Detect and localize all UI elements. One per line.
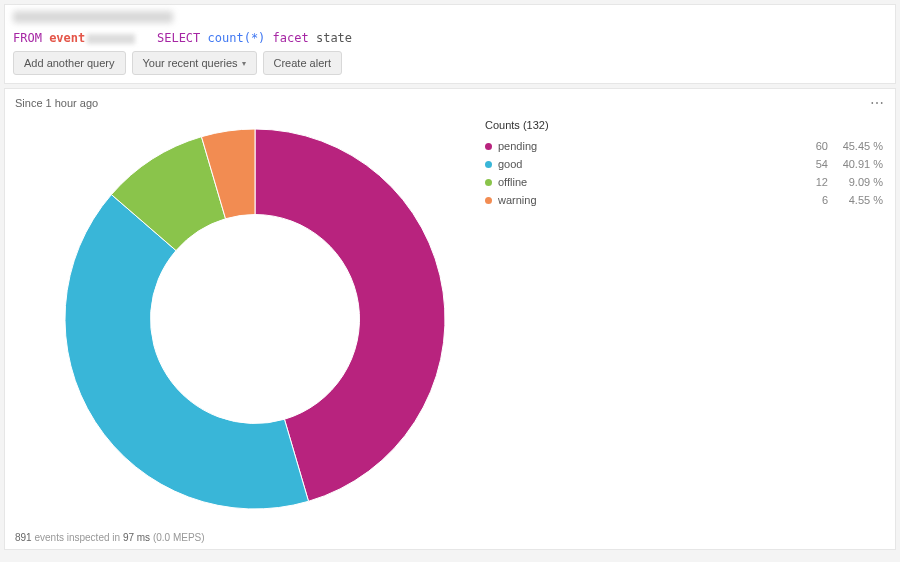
legend-count: 60 <box>796 140 828 152</box>
legend-title: Counts (132) <box>485 119 883 131</box>
legend-name: pending <box>498 140 796 152</box>
legend-count: 54 <box>796 158 828 170</box>
kw-facet: facet <box>273 31 309 45</box>
legend-dot-icon <box>485 197 492 204</box>
kw-count: count(*) <box>208 31 266 45</box>
time-range-label: Since 1 hour ago <box>15 97 98 109</box>
query-panel: FROM event SELECT count(*) facet state A… <box>4 4 896 84</box>
query-toolbar: Add another query Your recent queries ▾ … <box>5 51 895 83</box>
legend-dot-icon <box>485 161 492 168</box>
more-icon[interactable]: ⋯ <box>870 95 885 111</box>
legend-percent: 9.09 % <box>828 176 883 188</box>
create-alert-button[interactable]: Create alert <box>263 51 342 75</box>
legend-row-pending[interactable]: pending6045.45 % <box>485 137 883 155</box>
add-query-button[interactable]: Add another query <box>13 51 126 75</box>
recent-queries-label: Your recent queries <box>143 57 238 69</box>
legend-percent: 45.45 % <box>828 140 883 152</box>
legend-percent: 40.91 % <box>828 158 883 170</box>
kw-select: SELECT <box>157 31 200 45</box>
kw-state: state <box>316 31 352 45</box>
recent-queries-button[interactable]: Your recent queries ▾ <box>132 51 257 75</box>
kw-event: event <box>49 31 85 45</box>
legend-count: 6 <box>796 194 828 206</box>
donut-slice-good[interactable] <box>65 195 309 509</box>
legend-row-offline[interactable]: offline129.09 % <box>485 173 883 191</box>
legend: Counts (132) pending6045.45 %good5440.91… <box>485 119 883 209</box>
inspection-footer: 891 events inspected in 97 ms (0.0 MEPS) <box>15 532 205 543</box>
result-panel: Since 1 hour ago ⋯ Counts (132) pending6… <box>4 88 896 550</box>
donut-chart[interactable] <box>45 119 465 519</box>
legend-name: good <box>498 158 796 170</box>
legend-percent: 4.55 % <box>828 194 883 206</box>
legend-name: warning <box>498 194 796 206</box>
legend-dot-icon <box>485 143 492 150</box>
legend-name: offline <box>498 176 796 188</box>
kw-from: FROM <box>13 31 42 45</box>
legend-row-warning[interactable]: warning64.55 % <box>485 191 883 209</box>
chevron-down-icon: ▾ <box>242 59 246 68</box>
legend-row-good[interactable]: good5440.91 % <box>485 155 883 173</box>
header-blur <box>13 11 173 23</box>
legend-dot-icon <box>485 179 492 186</box>
legend-count: 12 <box>796 176 828 188</box>
query-blur <box>87 34 135 44</box>
query-input[interactable]: FROM event SELECT count(*) facet state <box>5 27 895 51</box>
